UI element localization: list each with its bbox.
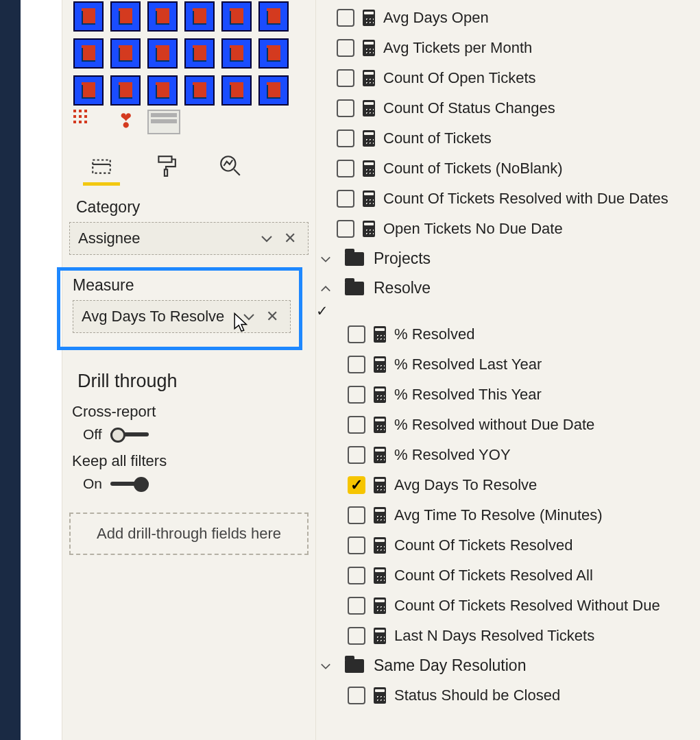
svg-rect-2 [158,156,171,162]
field-checkbox[interactable] [348,567,365,584]
field-row[interactable]: Count of Tickets (NoBlank) [316,153,700,184]
keep-filters-toggle[interactable] [110,477,149,491]
field-checkbox[interactable] [337,130,354,147]
fields-tab[interactable] [83,149,120,186]
viz-type-tile[interactable] [73,38,104,69]
measure-icon [363,160,375,177]
field-label: Count Of Tickets Resolved Without Due [394,597,660,615]
cross-report-label: Cross-report [72,403,300,421]
category-field-menu[interactable] [257,230,276,247]
field-checkbox[interactable] [348,506,365,524]
field-row[interactable]: Count Of Status Changes [316,93,700,123]
measure-icon [363,130,375,147]
field-label: Count Of Tickets Resolved [394,536,572,554]
viz-type-tile[interactable] [110,38,141,69]
viz-type-tile[interactable] [258,1,289,32]
field-row[interactable]: Count of Tickets [316,123,700,153]
field-label: % Resolved without Due Date [394,416,594,434]
property-tabs [62,143,315,186]
field-row[interactable]: % Resolved Last Year [316,349,700,380]
cross-report-toggle[interactable] [110,428,149,441]
viz-type-tile[interactable] [110,1,141,32]
field-checkbox[interactable] [348,536,365,554]
field-checkbox[interactable] [337,39,354,57]
viz-type-extra-1[interactable] [73,110,104,132]
field-row[interactable]: Avg Time To Resolve (Minutes) [316,500,700,530]
analytics-tab[interactable] [212,149,249,186]
field-row[interactable]: Count Of Tickets Resolved All [316,560,700,591]
field-checkbox[interactable] [348,597,365,615]
fields-panel: Avg Days OpenAvg Tickets per MonthCount … [316,0,700,740]
measure-icon [374,417,386,433]
format-tab[interactable] [147,149,184,186]
viz-type-tile[interactable] [258,38,289,69]
field-row[interactable]: % Resolved This Year [316,380,700,410]
viz-type-tile[interactable] [221,38,252,69]
field-checkbox[interactable] [337,99,354,117]
category-field-well[interactable]: Assignee ✕ [69,222,309,255]
category-field-remove[interactable]: ✕ [280,230,300,247]
field-checkbox[interactable] [348,416,365,434]
measure-icon [363,221,375,237]
measure-icon [363,70,375,86]
field-row[interactable]: % Resolved YOY [316,440,700,470]
folder-sameday[interactable]: Same Day Resolution [316,651,700,680]
viz-type-tile[interactable] [147,38,178,69]
viz-type-tile[interactable] [147,1,178,32]
field-row[interactable]: Count Of Tickets Resolved [316,530,700,560]
viz-type-tile[interactable] [221,1,252,32]
viz-type-tile[interactable] [258,75,289,106]
viz-type-tile[interactable] [184,38,215,69]
field-row[interactable]: ✓Avg Days To Resolve [316,470,700,500]
field-checkbox[interactable] [348,386,365,404]
field-row[interactable]: % Resolved without Due Date [316,410,700,440]
measure-field-menu[interactable] [239,308,258,325]
field-checkbox[interactable] [337,9,354,27]
viz-type-tile[interactable] [221,75,252,106]
measure-icon [363,10,375,26]
field-row[interactable]: % Resolved [316,319,700,349]
field-row[interactable]: Count Of Tickets Resolved with Due Dates [316,184,700,214]
field-checkbox[interactable] [348,687,365,704]
field-checkbox[interactable] [337,190,354,208]
chevron-down-icon [316,658,335,674]
field-checkbox[interactable] [348,627,365,645]
folder-icon [345,282,364,295]
field-checkbox[interactable] [337,160,354,177]
viz-type-tile[interactable] [73,75,104,106]
field-checkbox[interactable] [348,325,365,343]
field-row[interactable]: Avg Tickets per Month [316,33,700,63]
viz-type-tile[interactable] [73,1,104,32]
viz-type-extra-3[interactable] [147,110,180,134]
field-row[interactable]: Open Tickets No Due Date [316,214,700,244]
chevron-up-icon [316,280,335,296]
measure-field-remove[interactable]: ✕ [263,308,282,325]
drill-through-title: Drill through [77,371,300,392]
viz-type-tile[interactable] [147,75,178,106]
cross-report-toggle-row: Off [83,426,315,443]
viz-type-tile[interactable] [110,75,141,106]
folder-resolve[interactable]: Resolve [316,273,700,303]
field-label: Status Should be Closed [394,687,560,704]
field-checkbox[interactable] [337,69,354,87]
keep-filters-toggle-row: On [83,476,315,492]
svg-rect-3 [165,169,167,176]
magnifier-chart-icon [219,154,242,177]
field-row[interactable]: Status Should be Closed [316,680,700,711]
folder-projects[interactable]: Projects [316,244,700,273]
field-checkbox[interactable] [348,356,365,373]
field-checkbox[interactable] [337,220,354,238]
field-row[interactable]: Avg Days Open [316,3,700,33]
field-checkbox[interactable] [348,446,365,464]
field-row[interactable]: Count Of Open Tickets [316,63,700,93]
field-row[interactable]: Count Of Tickets Resolved Without Due [316,591,700,621]
viz-type-tile[interactable] [184,1,215,32]
measure-well-label: Measure [73,276,291,295]
field-row[interactable]: Last N Days Resolved Tickets [316,621,700,651]
field-label: Avg Tickets per Month [383,39,532,57]
viz-type-extra-2[interactable]: ❣ [110,110,141,132]
viz-type-tile[interactable] [184,75,215,106]
field-checkbox[interactable]: ✓ [348,476,365,494]
drill-through-dropzone[interactable]: Add drill-through fields here [69,513,309,555]
measure-field-well[interactable]: Avg Days To Resolve ✕ [73,300,291,333]
